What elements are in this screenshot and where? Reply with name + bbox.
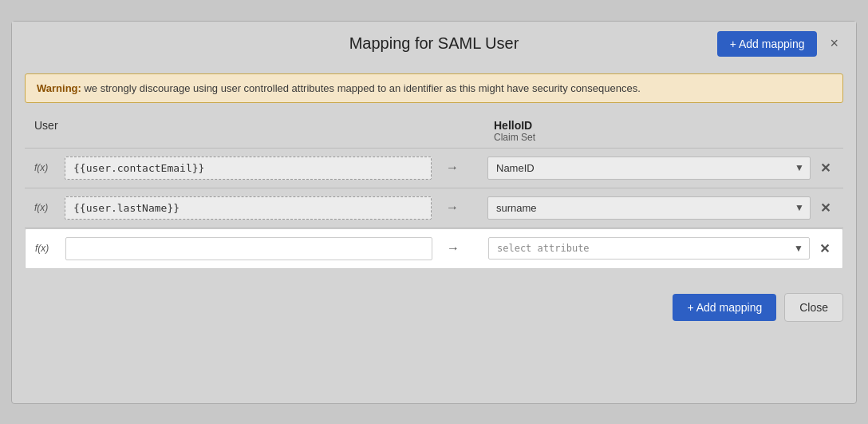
- row2-right: NameID surname select attribute ▼ ✕: [487, 196, 843, 220]
- modal: Mapping for SAML User + Add mapping × Wa…: [11, 21, 857, 404]
- col-helloid-sub: Claim Set: [494, 132, 843, 143]
- col-helloid-header: HelloID Claim Set: [487, 119, 843, 143]
- warning-message: we strongly discourage using user contro…: [81, 82, 641, 94]
- row3-fx-label: f(x): [35, 243, 57, 254]
- row3-attribute-select[interactable]: select attribute NameID surname: [488, 237, 810, 260]
- row1-select-wrapper: NameID surname select attribute ▼: [487, 157, 811, 180]
- row3-select-wrapper: select attribute NameID surname ▼: [488, 237, 810, 260]
- warning-box: Warning: we strongly discourage using us…: [25, 73, 843, 103]
- mapping-table: User HelloID Claim Set f(x) → NameID sur…: [25, 113, 843, 269]
- table-header: User HelloID Claim Set: [25, 113, 843, 149]
- row2-left: f(x) →: [25, 196, 487, 220]
- row1-remove-button[interactable]: ✕: [815, 159, 835, 177]
- row3-user-input[interactable]: [65, 237, 432, 260]
- row3-arrow: →: [440, 241, 466, 256]
- mapping-row-new: f(x) → select attribute NameID surname ▼…: [25, 228, 843, 269]
- add-mapping-footer-button[interactable]: + Add mapping: [673, 294, 776, 321]
- modal-close-button[interactable]: ×: [825, 34, 843, 53]
- row1-user-input[interactable]: [65, 157, 432, 180]
- row3-right: select attribute NameID surname ▼ ✕: [488, 237, 842, 260]
- row1-right: NameID surname select attribute ▼ ✕: [487, 157, 843, 180]
- row2-fx-label: f(x): [34, 202, 57, 213]
- mapping-row: f(x) → NameID surname select attribute ▼…: [25, 149, 843, 188]
- col-helloid-title: HelloID: [494, 119, 843, 132]
- row2-user-input[interactable]: [65, 196, 432, 220]
- warning-prefix: Warning:: [37, 82, 81, 94]
- close-button[interactable]: Close: [784, 293, 843, 322]
- row3-remove-button[interactable]: ✕: [815, 240, 834, 258]
- row2-attribute-select[interactable]: NameID surname select attribute: [487, 196, 811, 220]
- mapping-row: f(x) → NameID surname select attribute ▼…: [25, 188, 843, 228]
- row1-arrow: →: [440, 160, 465, 175]
- modal-title: Mapping for SAML User: [349, 34, 519, 53]
- header-actions: + Add mapping ×: [717, 31, 843, 57]
- modal-footer: + Add mapping Close: [12, 282, 856, 333]
- row2-arrow: →: [440, 200, 465, 215]
- row2-select-wrapper: NameID surname select attribute ▼: [487, 196, 811, 220]
- row3-left: f(x) →: [26, 237, 488, 260]
- col-user-header: User: [25, 119, 487, 143]
- row1-attribute-select[interactable]: NameID surname select attribute: [487, 157, 811, 180]
- add-mapping-header-button[interactable]: + Add mapping: [717, 31, 818, 57]
- modal-header: Mapping for SAML User + Add mapping ×: [12, 22, 856, 65]
- row2-remove-button[interactable]: ✕: [815, 199, 835, 217]
- row1-fx-label: f(x): [34, 162, 57, 173]
- row1-left: f(x) →: [25, 157, 487, 180]
